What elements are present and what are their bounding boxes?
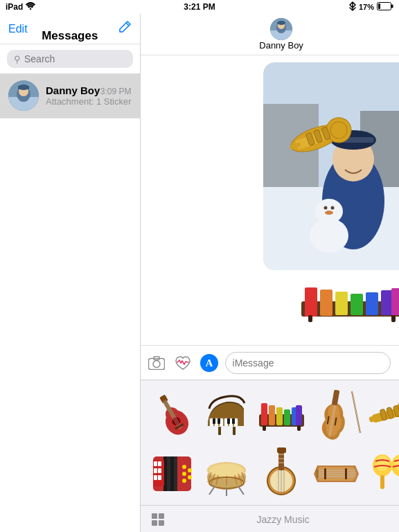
svg-rect-71	[218, 418, 220, 424]
svg-rect-74	[218, 427, 221, 435]
svg-rect-75	[233, 427, 236, 435]
svg-rect-9	[18, 86, 29, 89]
imessage-input[interactable]	[225, 352, 391, 374]
header-left: Edit	[8, 23, 28, 35]
svg-point-28	[330, 206, 334, 210]
status-right: 17%	[349, 1, 393, 12]
camera-button[interactable]	[146, 353, 167, 373]
search-bar[interactable]: ⚲	[7, 50, 133, 68]
svg-rect-80	[284, 409, 290, 425]
sticker-trumpet[interactable]	[365, 386, 399, 441]
svg-rect-89	[331, 389, 339, 405]
battery-icon	[377, 2, 393, 12]
sticker-pack-title: Jazzy Music	[256, 514, 309, 525]
svg-rect-83	[263, 425, 266, 431]
sticker-grid	[141, 380, 399, 505]
svg-rect-3	[391, 5, 393, 8]
svg-point-49	[153, 360, 160, 367]
conversation-name: Danny Boy	[46, 85, 100, 96]
sticker-panel: Jazzy Music ∧	[141, 380, 399, 532]
svg-rect-45	[391, 288, 399, 315]
sticker-maracas[interactable]	[365, 444, 399, 499]
svg-rect-42	[351, 294, 363, 315]
chat-contact-name: Danny Boy	[259, 40, 303, 51]
svg-point-14	[277, 21, 285, 25]
svg-rect-101	[174, 456, 177, 491]
grid-dot	[152, 513, 157, 519]
conversation-item-danny-boy[interactable]: Danny Boy 3:09 PM Attachment: 1 Sticker	[0, 73, 140, 118]
status-left: iPad	[6, 2, 35, 12]
sticker-guitar[interactable]	[146, 386, 198, 441]
svg-line-118	[209, 486, 215, 495]
xylophone-sticker-message	[298, 277, 399, 325]
conversation-preview: Attachment: 1 Sticker	[46, 96, 132, 107]
header-right	[118, 20, 132, 37]
svg-point-109	[182, 465, 186, 469]
conversation-info: Danny Boy 3:09 PM Attachment: 1 Sticker	[46, 85, 132, 107]
svg-rect-107	[154, 475, 157, 480]
svg-rect-47	[391, 315, 396, 322]
sticker-footer: Jazzy Music ∧	[141, 505, 399, 532]
heartbeat-button[interactable]	[172, 353, 193, 373]
svg-rect-99	[167, 456, 170, 491]
sticker-banjo[interactable]	[256, 444, 308, 499]
svg-rect-136	[345, 468, 347, 479]
compose-button[interactable]	[118, 20, 132, 37]
svg-rect-77	[261, 403, 267, 425]
photo-message	[263, 62, 399, 270]
status-bar: iPad 3:21 PM 17%	[0, 0, 399, 14]
svg-rect-72	[227, 418, 230, 424]
svg-point-142	[375, 456, 389, 471]
svg-rect-143	[380, 475, 384, 489]
sticker-accordion[interactable]	[146, 444, 198, 499]
svg-point-112	[188, 468, 192, 472]
sticker-dulcimer[interactable]	[310, 444, 362, 499]
sticker-violin[interactable]	[310, 386, 362, 441]
svg-rect-70	[213, 418, 215, 424]
svg-point-29	[325, 211, 333, 215]
status-time: 3:21 PM	[184, 2, 215, 12]
search-input[interactable]	[24, 53, 126, 64]
edit-button[interactable]: Edit	[8, 23, 28, 35]
sticker-piano[interactable]	[201, 386, 253, 441]
svg-rect-46	[308, 315, 312, 322]
apps-grid-button[interactable]	[152, 513, 164, 526]
grid-dot	[159, 513, 164, 519]
bluetooth-icon	[349, 1, 356, 12]
svg-rect-2	[378, 3, 380, 9]
chat-messages	[141, 55, 399, 345]
app-store-button[interactable]: A	[199, 353, 220, 373]
svg-rect-106	[158, 468, 161, 473]
svg-point-27	[323, 206, 327, 210]
svg-line-86	[352, 391, 360, 433]
chat-input-bar: A	[141, 345, 399, 380]
svg-rect-108	[158, 475, 161, 480]
messages-header: Edit Messages	[0, 14, 140, 44]
svg-text:A: A	[205, 357, 213, 369]
svg-rect-104	[158, 461, 161, 466]
svg-rect-105	[154, 468, 157, 473]
conversation-time: 3:09 PM	[100, 87, 132, 96]
svg-rect-41	[335, 292, 348, 315]
sticker-xylophone[interactable]	[256, 386, 308, 441]
svg-line-119	[238, 486, 244, 495]
svg-rect-39	[305, 287, 317, 317]
svg-rect-103	[154, 461, 157, 466]
main-container: Edit Messages ⚲	[0, 14, 399, 532]
grid-dot	[159, 520, 164, 526]
sticker-drum[interactable]	[201, 444, 253, 499]
microphone-button[interactable]	[396, 353, 399, 373]
chat-panel: Danny Boy i	[141, 14, 399, 532]
svg-rect-84	[297, 425, 301, 431]
chat-avatar	[270, 18, 292, 40]
chat-contact-info: Danny Boy	[259, 18, 303, 51]
svg-rect-79	[276, 407, 283, 425]
svg-point-113	[188, 475, 192, 479]
svg-rect-82	[296, 405, 302, 425]
grid-dot	[152, 520, 157, 526]
svg-rect-100	[170, 456, 174, 491]
svg-rect-130	[277, 447, 286, 453]
chat-header: Danny Boy i	[141, 14, 399, 55]
battery-percentage: 17%	[359, 3, 374, 11]
wifi-icon	[26, 2, 35, 12]
